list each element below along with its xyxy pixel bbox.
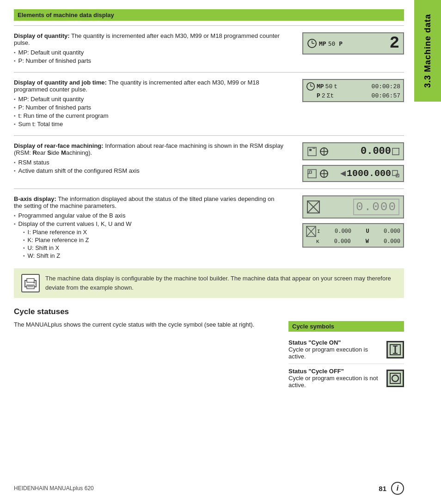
svg-rect-15	[309, 171, 312, 173]
display-baxis-visual: 0.000 I 0.000 U	[293, 195, 404, 248]
baxis1-val: 0.000	[353, 199, 399, 215]
cycle-symbols-header: Cycle symbols	[288, 321, 404, 332]
note-box: The machine data display is configurable…	[14, 268, 404, 298]
baxis-bullets: Programmed angular value of the B axis D…	[14, 212, 284, 227]
section-display-rsm: Display of rear-face machining: Informat…	[14, 135, 404, 188]
rsm-icon1-right	[392, 148, 399, 155]
svg-rect-30	[27, 279, 34, 282]
qty-job-title-bold: Display of quantity and job time:	[14, 79, 107, 86]
baxis-title-bold: B-axis display:	[14, 195, 56, 202]
lcd-row1: MP 50 t 00:00:28	[306, 82, 400, 91]
baxis-row1: I 0.000 U 0.000	[306, 226, 400, 237]
page-number: 81	[379, 485, 386, 492]
cycle-off-svg	[389, 372, 401, 384]
page-footer: HEIDENHAIN MANUALplus 620 81 i	[14, 482, 404, 495]
side-tab-green: 3.3 Machine data	[414, 0, 441, 102]
lcd-mp-label: MP	[319, 40, 326, 47]
lcd-baxis1: 0.000	[302, 195, 404, 219]
note-printer-icon	[24, 277, 37, 290]
svg-rect-12	[392, 148, 399, 155]
qty-title-bold: Display of quantity:	[14, 32, 70, 39]
section-display-baxis: B-axis display: The information displaye…	[14, 188, 404, 267]
svg-point-40	[392, 375, 398, 382]
row1-val2: t	[334, 83, 337, 90]
cycle-grid: The MANUALplus shows the current cycle s…	[14, 321, 404, 392]
cycle-entry-on: Status "Cycle ON" Cycle or program execu…	[288, 335, 404, 364]
cycle-statuses-section: Cycle statuses The MANUALplus shows the …	[14, 307, 404, 392]
bullet-baxis-ikuw: Display of the current values I, K, U an…	[14, 220, 284, 227]
rsm2-val: 1000.000	[347, 168, 391, 179]
note-text: The machine data display is configurable…	[45, 274, 397, 292]
lcd-big-num: 2	[389, 35, 399, 52]
lcd-qty1: MP 50 P 2	[302, 32, 404, 55]
info-icon: i	[391, 482, 404, 495]
lcd-p-label: P	[339, 40, 343, 47]
row2-val1: 2	[322, 92, 325, 99]
rsm1-val: 0.000	[361, 146, 391, 157]
bullet-baxis-angular: Programmed angular value of the B axis	[14, 212, 284, 219]
sub-bullet-u: U: Shift in X	[23, 244, 284, 251]
qty-job-bullets: MP: Default unit quantity P: Number of f…	[14, 96, 284, 128]
rsm-icon1	[307, 146, 317, 157]
baxis-row2: K 0.000 W 0.000	[306, 238, 400, 245]
sub-bullet-w: W: Shift in Z	[23, 252, 284, 259]
display-quantity-visual: MP 50 P 2	[293, 32, 404, 55]
rsm-bullets: RSM status Active datum shift of the con…	[14, 159, 284, 174]
display-qty-job-visual: MP 50 t 00:00:28 P 2 Σt 00:06:57	[293, 79, 404, 102]
text-display-quantity: Display of quantity: The quantity is inc…	[14, 32, 284, 66]
lcd-row2: P 2 Σt 00:06:57	[306, 92, 400, 99]
row2-time: 00:06:57	[372, 92, 400, 99]
row1-val1: 50	[325, 83, 333, 90]
row2-p: P	[317, 92, 320, 99]
footer-page-number-area: 81 i	[379, 482, 404, 495]
section-display-qty-job: Display of quantity and job time: The qu…	[14, 72, 404, 135]
lcd-rsm1: 0.000	[302, 142, 404, 160]
svg-point-34	[34, 282, 35, 284]
note-icon	[21, 274, 40, 292]
rsm-icon2	[307, 169, 317, 179]
cycle-description: The MANUALplus shows the current cycle s…	[14, 321, 270, 328]
text-rsm: Display of rear-face machining: Informat…	[14, 142, 284, 176]
text-baxis: B-axis display: The information displaye…	[14, 195, 284, 260]
lcd-qty-job: MP 50 t 00:00:28 P 2 Σt 00:06:57	[302, 79, 404, 102]
row1-u-label: U	[366, 228, 369, 235]
row2-w-val: 0.000	[384, 238, 400, 245]
lcd-rsm2: 1000.000	[302, 165, 404, 182]
bullet-rsm-datum: Active datum shift of the configured RSM…	[14, 167, 284, 174]
cycle-on-status: Status "Cycle ON"	[288, 339, 386, 346]
cycle-on-icon	[386, 341, 404, 358]
row1-i-label: I	[317, 229, 320, 234]
section-main-header: Elements of machine data display	[14, 9, 404, 21]
bullet-p-finished: P: Number of finished parts	[14, 57, 284, 64]
cycle-off-desc: Cycle or program execution is not active…	[288, 375, 386, 389]
qty-bullets: MP: Default unit quantity P: Number of f…	[14, 49, 284, 64]
crosshair-icon1	[319, 146, 329, 157]
chapter-label: 3.3 Machine data	[423, 14, 433, 88]
bullet-mp: MP: Default unit quantity	[14, 96, 284, 103]
arrow-left-icon	[340, 171, 346, 176]
crosshair-icon2	[319, 169, 329, 179]
svg-rect-21	[392, 170, 398, 176]
section-display-quantity: Display of quantity: The quantity is inc…	[14, 25, 404, 72]
sub-bullet-k: K: Plane reference in Z	[23, 237, 284, 243]
cycle-symbols-table: Cycle symbols Status "Cycle ON" Cycle or…	[288, 321, 404, 392]
svg-rect-7	[309, 149, 312, 151]
side-tab: 3.3 Machine data	[414, 0, 441, 504]
baxis-x-icon2	[306, 226, 316, 237]
row1-i-val: 0.000	[335, 228, 351, 235]
row2-w-label: W	[366, 238, 369, 245]
bullet-mp-default: MP: Default unit quantity	[14, 49, 284, 56]
bullet-t: t: Run time of the current program	[14, 112, 284, 119]
bullet-p: P: Number of finished parts	[14, 104, 284, 111]
footer-brand: HEIDENHAIN MANUALplus 620	[14, 485, 94, 492]
cycle-on-desc: Cycle or program execution is active.	[288, 346, 386, 360]
bullet-rsm-status: RSM status	[14, 159, 284, 166]
lcd-mp-val: 50	[328, 40, 336, 47]
baxis-sub-bullets: I: Plane reference in X K: Plane referen…	[23, 229, 284, 259]
cycle-statuses-heading: Cycle statuses	[14, 307, 404, 316]
rsm-icon2-right	[392, 170, 399, 177]
cycle-on-svg	[389, 344, 401, 356]
row1-u-val: 0.000	[384, 228, 400, 235]
row2-val2: Σt	[327, 92, 334, 99]
text-qty-job: Display of quantity and job time: The qu…	[14, 79, 284, 129]
